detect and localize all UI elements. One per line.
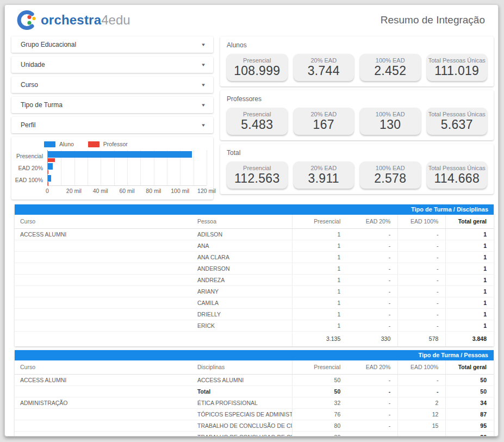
orchestra-logo-icon bbox=[16, 9, 38, 31]
filter-dropdown-grupo-educacional[interactable]: Grupo Educacional▼ bbox=[11, 36, 213, 53]
scorecards-row: Presencial108.99920% EAD3.744100% EAD2.4… bbox=[227, 54, 487, 81]
table-title-bar: Tipo de Turma / Pessoas bbox=[15, 350, 494, 360]
table-cell: 1 bbox=[446, 240, 494, 252]
table-total-cell: 3.848 bbox=[446, 332, 494, 347]
table-row: TRABALHO DE CONCLUSÃO DE CURSO80-1595 bbox=[15, 420, 494, 432]
filter-dropdown-unidade[interactable]: Unidade▼ bbox=[11, 57, 213, 73]
filter-dropdown-curso[interactable]: Curso▼ bbox=[11, 77, 213, 93]
scorecard-total-total-pessoas-unicas: Total Pessoas Únicas114.668 bbox=[427, 161, 488, 189]
column-header-pessoa[interactable]: Pessoa bbox=[192, 215, 293, 229]
scorecard-label: Presencial bbox=[228, 111, 287, 117]
filter-dropdown-tipo-de-turma[interactable]: Tipo de Turma▼ bbox=[11, 97, 213, 113]
column-header-curso[interactable]: Curso bbox=[15, 360, 192, 375]
dropdown-caret-icon: ▼ bbox=[201, 83, 206, 88]
data-table: CursoPessoaPresencialEAD 20%EAD 100%Tota… bbox=[15, 215, 494, 346]
table-cell bbox=[15, 320, 192, 332]
scorecard-value: 5.483 bbox=[228, 117, 287, 132]
table-cell: ACCESS ALUMNI bbox=[15, 229, 192, 240]
x-axis-tick: 80 mil bbox=[146, 188, 161, 194]
column-header-ead-100[interactable]: EAD 100% bbox=[398, 215, 446, 229]
filters-and-chart-panel: Grupo Educacional▼Unidade▼Curso▼Tipo de … bbox=[11, 36, 213, 200]
table-cell: - bbox=[347, 252, 398, 263]
filter-label: Grupo Educacional bbox=[21, 41, 76, 48]
bar-professor-presencial bbox=[48, 158, 55, 162]
scorecard-alunos-100-ead: 100% EAD2.452 bbox=[360, 54, 421, 81]
table-cell: 34 bbox=[446, 397, 494, 409]
section-total: TotalPresencial112.56320% EAD3.911100% E… bbox=[220, 144, 494, 194]
table-cell bbox=[15, 286, 192, 297]
table-cell: ARIANY bbox=[192, 286, 293, 297]
table-tipo-de-turma-pessoas: Tipo de Turma / PessoasCursoDisciplinasP… bbox=[15, 350, 494, 437]
table-cell: ADILSON bbox=[192, 229, 293, 240]
y-axis-label: EAD 20% bbox=[16, 162, 47, 174]
table-total-cell: 3.135 bbox=[293, 332, 347, 347]
column-header-ead-20[interactable]: EAD 20% bbox=[347, 360, 398, 375]
table-cell: - bbox=[347, 309, 398, 320]
bar-aluno-presencial bbox=[48, 151, 192, 158]
chart-legend: AlunoProfessor bbox=[44, 141, 207, 147]
scorecard-professores-presencial: Presencial5.483 bbox=[227, 108, 288, 135]
table-totals-row: 3.1353305783.848 bbox=[15, 332, 494, 347]
content: Grupo Educacional▼Unidade▼Curso▼Tipo de … bbox=[5, 32, 498, 437]
table-cell: 1 bbox=[446, 286, 494, 297]
table-cell: - bbox=[398, 286, 446, 297]
column-header-disciplinas[interactable]: Disciplinas bbox=[192, 360, 293, 375]
gridline bbox=[207, 150, 207, 185]
column-header-presencial[interactable]: Presencial bbox=[293, 215, 347, 229]
table-cell: ANDERSON bbox=[192, 263, 293, 275]
filters-panel: Grupo Educacional▼Unidade▼Curso▼Tipo de … bbox=[11, 36, 213, 133]
scorecard-professores-total-pessoas-unicas: Total Pessoas Únicas5.637 bbox=[427, 108, 488, 135]
table-cell: 80 bbox=[293, 420, 347, 432]
scorecard-label: 20% EAD bbox=[295, 111, 353, 117]
dropdown-caret-icon: ▼ bbox=[201, 63, 206, 67]
filter-label: Tipo de Turma bbox=[21, 101, 63, 109]
x-axis-tick: 60 mil bbox=[119, 188, 134, 194]
column-header-curso[interactable]: Curso bbox=[15, 215, 192, 229]
table-cell: ADMINISTRAÇÃO bbox=[15, 397, 192, 409]
table-cell: - bbox=[347, 297, 398, 309]
logo: orchestra4edu bbox=[16, 9, 130, 31]
table-cell: ANA bbox=[192, 240, 293, 252]
table-row: ERICK1--1 bbox=[15, 320, 494, 332]
scorecard-label: 100% EAD bbox=[361, 57, 420, 64]
table-cell: CAMILA bbox=[192, 297, 293, 309]
column-header-ead-100[interactable]: EAD 100% bbox=[398, 360, 446, 375]
table-cell: - bbox=[347, 420, 398, 432]
column-header-total-geral[interactable]: Total geral bbox=[446, 360, 494, 375]
scorecard-professores-100-ead: 100% EAD130 bbox=[360, 108, 421, 135]
y-axis-label: Presencial bbox=[16, 150, 47, 162]
column-header-total-geral[interactable]: Total geral bbox=[446, 215, 494, 229]
table-row: TÓPICOS ESPECIAIS DE ADMINISTRAÇÃO76-128… bbox=[15, 409, 494, 420]
table-cell: - bbox=[347, 263, 398, 275]
header: orchestra4edu Resumo de Integração bbox=[5, 5, 498, 32]
logo-text-primary: orchestra bbox=[41, 13, 101, 27]
bar-group-presencial bbox=[48, 150, 207, 162]
table-row: ANA1--1 bbox=[15, 240, 494, 252]
table-cell bbox=[15, 252, 192, 263]
table-cell: 1 bbox=[446, 320, 494, 332]
table-cell: 2 bbox=[398, 397, 446, 409]
table-cell: 1 bbox=[293, 252, 347, 263]
column-header-presencial[interactable]: Presencial bbox=[293, 360, 347, 375]
table-cell: 1 bbox=[446, 309, 494, 320]
page-title: Resumo de Integração bbox=[381, 14, 485, 26]
filter-dropdown-perfil[interactable]: Perfil▼ bbox=[11, 117, 213, 133]
table-row: DRIELLY1--1 bbox=[15, 309, 494, 320]
scorecard-value: 111.019 bbox=[428, 64, 487, 78]
table-cell: - bbox=[398, 229, 446, 240]
table-cell bbox=[15, 432, 192, 437]
logo-text: orchestra4edu bbox=[41, 13, 130, 28]
section-professores: ProfessoresPresencial5.48320% EAD167100%… bbox=[220, 90, 494, 140]
table-cell: - bbox=[347, 409, 398, 420]
table-cell: 30 bbox=[446, 432, 494, 437]
table-cell: 76 bbox=[293, 409, 347, 420]
scorecard-label: 20% EAD bbox=[295, 57, 353, 64]
scorecard-value: 2.578 bbox=[361, 171, 420, 186]
table-cell: - bbox=[347, 240, 398, 252]
table-cell: 87 bbox=[446, 409, 494, 420]
table-cell: 30 bbox=[293, 432, 347, 437]
scorecard-value: 3.911 bbox=[295, 171, 353, 186]
scorecard-value: 108.999 bbox=[228, 64, 287, 78]
scorecard-alunos-total-pessoas-unicas: Total Pessoas Únicas111.019 bbox=[427, 54, 488, 81]
column-header-ead-20[interactable]: EAD 20% bbox=[347, 215, 398, 229]
